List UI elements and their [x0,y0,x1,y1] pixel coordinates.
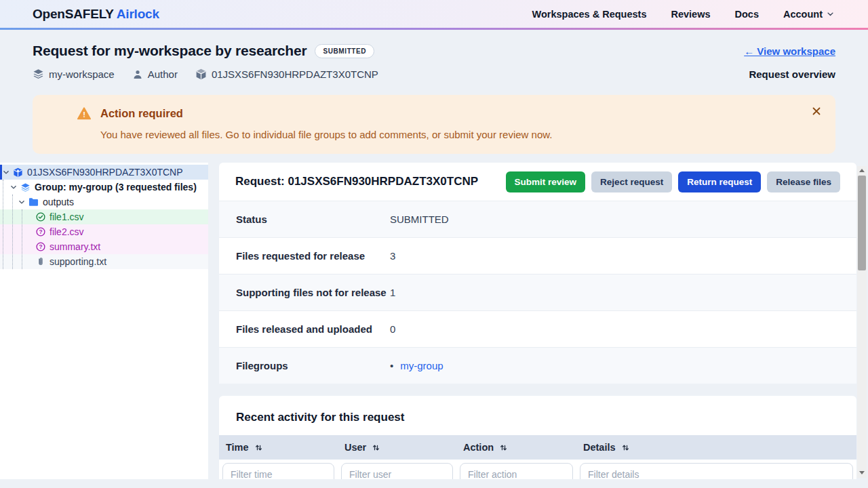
person-icon [132,69,143,80]
tree-file-label: file2.csv [50,226,84,237]
view-workspace-link[interactable]: ← View workspace [744,45,835,57]
alert-title: Action required [100,107,808,120]
tree-indent-guide [22,209,22,269]
layers-icon [20,182,31,192]
row-label: Supporting files not for release [236,287,390,298]
row-label: Filegroups [236,360,390,371]
submit-review-button[interactable]: Submit review [506,171,586,192]
chevron-down-icon[interactable] [10,184,17,190]
cube-icon [195,68,207,80]
meta-request-id-label: 01JSXS6FN930HRPDAZT3X0TCNP [212,68,378,80]
request-cube-icon [13,167,23,178]
brand-logo[interactable]: OpenSAFELY Airlock [33,7,159,22]
scroll-down-arrow[interactable] [857,468,867,476]
column-header-time[interactable]: Time [222,435,334,460]
tree-group-my-group[interactable]: Group: my-group (3 requested files) [0,180,208,195]
brand-accent: Airlock [117,7,159,21]
row-value: 0 [390,323,395,335]
filter-user-input[interactable] [341,463,453,479]
column-label: Details [583,442,616,453]
return-request-button[interactable]: Return request [678,171,761,192]
sort-icon[interactable] [254,443,263,452]
top-navbar: OpenSAFELY Airlock Workspaces & Requests… [0,0,868,30]
question-circle-icon: ? [36,242,45,251]
sort-icon[interactable] [499,443,508,452]
close-icon[interactable] [808,103,825,119]
tree-file-supporting[interactable]: supporting.txt [0,254,208,269]
tree-indent-guide [12,195,13,269]
status-badge: SUBMITTED [315,44,374,58]
tree-file-label: supporting.txt [50,256,106,267]
alert-message: You have reviewed all files. Go to indiv… [100,129,808,140]
column-header-details[interactable]: Details [580,435,853,460]
question-circle-icon: ? [36,227,45,237]
folder-icon [28,197,39,207]
svg-text:!: ! [83,110,85,119]
chevron-down-icon[interactable] [3,169,9,176]
sort-icon[interactable] [621,443,630,452]
request-overview-label: Request overview [749,68,835,80]
filter-action-input[interactable] [460,463,573,479]
row-value: 3 [390,250,395,262]
chevron-down-icon [827,10,834,18]
activity-filter-row [219,463,856,479]
nav-docs[interactable]: Docs [735,9,759,20]
page-title: Request for my-workspace by researcher [33,43,307,59]
content-area: 01JSXS6FN930HRPDAZT3X0TCNP Group: my-gro… [0,163,868,479]
filegroup-link[interactable]: my-group [400,360,443,371]
column-label: User [344,442,366,453]
tree-file-file2[interactable]: ? file2.csv [0,224,208,239]
request-heading: Request: 01JSXS6FN930HRPDAZT3X0TCNP [235,175,478,188]
svg-text:?: ? [39,228,42,235]
meta-request-id: 01JSXS6FN930HRPDAZT3X0TCNP [195,68,378,80]
tree-file-summary[interactable]: ? summary.txt [0,239,208,254]
tree-folder-outputs[interactable]: outputs [0,195,208,209]
overview-row-files-released: Files released and uploaded 0 [219,310,856,347]
column-label: Time [226,442,249,453]
reject-request-button[interactable]: Reject request [591,171,672,192]
request-overview-card: Request: 01JSXS6FN930HRPDAZT3X0TCNP Subm… [219,163,856,384]
row-label: Files released and uploaded [236,323,390,335]
main-nav: Workspaces & Requests Reviews Docs Accou… [532,9,834,20]
column-header-action[interactable]: Action [460,435,573,460]
list-bullet: • [390,360,393,371]
row-value: 1 [390,287,395,298]
column-header-user[interactable]: User [341,435,453,460]
tree-root-label: 01JSXS6FN930HRPDAZT3X0TCNP [27,167,183,178]
activity-table-header: Time User Action Details [219,435,856,460]
nav-reviews[interactable]: Reviews [671,9,710,20]
nav-workspaces-requests[interactable]: Workspaces & Requests [532,9,647,20]
overview-row-status: Status SUBMITTED [219,201,856,237]
filter-time-input[interactable] [222,463,334,479]
nav-account-menu[interactable]: Account [783,9,834,20]
tree-folder-label: outputs [43,197,74,207]
page-header: Request for my-workspace by researcher S… [0,30,868,154]
meta-author-label: Author [148,68,178,80]
main-scrollbar[interactable] [857,166,867,478]
meta-author: Author [132,68,178,80]
release-files-button[interactable]: Release files [767,171,840,192]
row-label: Files requested for release [236,250,390,262]
column-label: Action [463,442,494,453]
nav-account-label: Account [783,9,823,20]
file-tree-sidebar: 01JSXS6FN930HRPDAZT3X0TCNP Group: my-gro… [0,163,208,479]
tree-indent-guide [3,180,3,269]
svg-text:?: ? [39,243,42,250]
action-required-alert: ! Action required You have reviewed all … [33,95,835,154]
overview-row-files-requested: Files requested for release 3 [219,237,856,274]
scroll-up-arrow[interactable] [857,166,867,174]
overview-row-filegroups: Filegroups •my-group [219,347,856,384]
main-region: Request: 01JSXS6FN930HRPDAZT3X0TCNP Subm… [208,163,868,479]
chevron-down-icon[interactable] [18,199,25,205]
layers-icon [33,68,44,80]
filter-details-input[interactable] [580,463,853,479]
brand-primary: OpenSAFELY [33,7,113,21]
check-circle-icon [36,212,45,222]
meta-workspace: my-workspace [33,68,115,80]
scrollbar-thumb[interactable] [858,176,866,270]
tree-root-request[interactable]: 01JSXS6FN930HRPDAZT3X0TCNP [0,165,208,180]
row-value: SUBMITTED [390,214,449,225]
sort-icon[interactable] [372,443,380,452]
warning-icon: ! [77,107,91,120]
tree-file-file1[interactable]: file1.csv [0,209,208,224]
